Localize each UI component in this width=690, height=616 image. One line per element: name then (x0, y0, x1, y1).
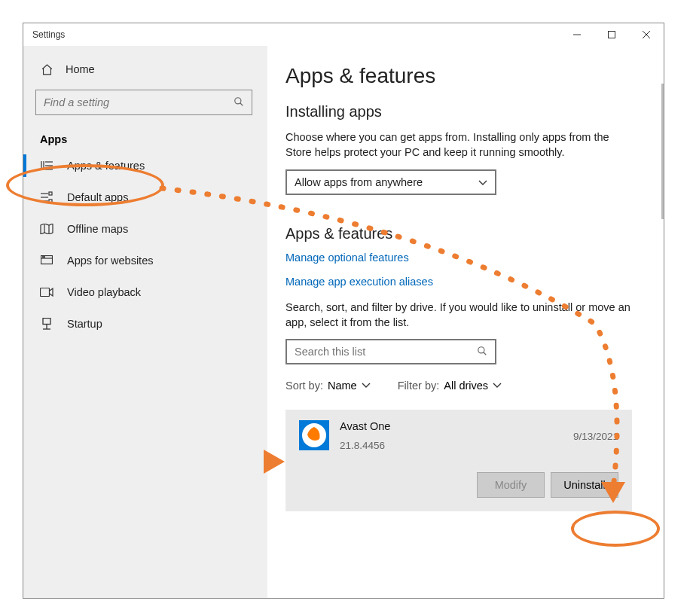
sidebar-section-head: Apps (35, 133, 252, 145)
manage-aliases-link[interactable]: Manage app execution aliases (285, 276, 647, 288)
apps-websites-icon (40, 254, 53, 267)
svg-line-5 (240, 102, 243, 105)
installing-apps-head: Installing apps (285, 103, 647, 120)
svg-point-4 (235, 97, 241, 103)
svg-point-20 (43, 257, 44, 258)
sidebar-item-default-apps[interactable]: Default apps (35, 181, 252, 213)
titlebar: Settings (23, 23, 664, 46)
sort-filter-row: Sort by: Name Filter by: All drives (285, 380, 647, 392)
app-list-search[interactable] (285, 339, 496, 364)
sort-label: Sort by: (285, 380, 323, 392)
sidebar-item-label: Startup (67, 318, 102, 330)
svg-rect-1 (609, 32, 615, 38)
video-playback-icon (40, 285, 53, 299)
svg-point-21 (44, 257, 45, 258)
sidebar: Home Apps Apps & fe (23, 46, 267, 598)
app-date: 9/13/2021 (573, 431, 618, 442)
filter-value: All drives (444, 380, 488, 392)
sidebar-item-apps-websites[interactable]: Apps for websites (35, 245, 252, 276)
svg-rect-15 (49, 200, 52, 203)
sidebar-item-label: Offline maps (67, 223, 128, 235)
sort-value: Name (328, 380, 357, 392)
chevron-down-icon (493, 383, 502, 389)
settings-window: Settings Home (23, 23, 664, 599)
filter-label: Filter by: (398, 380, 440, 392)
window-controls (560, 23, 664, 46)
sidebar-item-label: Apps for websites (67, 255, 153, 267)
app-list-search-input[interactable] (295, 346, 477, 358)
home-label: Home (66, 63, 95, 75)
chevron-down-icon (478, 176, 487, 188)
apps-features-head: Apps & features (285, 225, 647, 242)
default-apps-icon (40, 191, 53, 204)
main-content: Apps & features Installing apps Choose w… (267, 46, 664, 598)
maximize-button[interactable] (594, 23, 629, 46)
home-link[interactable]: Home (35, 55, 252, 84)
minimize-button[interactable] (560, 23, 594, 46)
manage-optional-link[interactable]: Manage optional features (285, 252, 647, 264)
svg-rect-14 (49, 192, 52, 195)
svg-line-27 (484, 352, 487, 355)
close-button[interactable] (629, 23, 664, 46)
sidebar-item-apps-features[interactable]: Apps & features (35, 150, 252, 181)
install-source-dropdown[interactable]: Allow apps from anywhere (285, 169, 496, 195)
scrollbar[interactable] (661, 84, 664, 219)
search-icon (234, 96, 244, 109)
sidebar-item-label: Apps & features (67, 160, 145, 172)
installing-apps-desc: Choose where you can get apps from. Inst… (285, 130, 632, 160)
install-source-value: Allow apps from anywhere (295, 176, 423, 188)
sidebar-item-offline-maps[interactable]: Offline maps (35, 213, 252, 245)
modify-button: Modify (477, 472, 545, 498)
uninstall-button[interactable]: Uninstall (551, 472, 618, 498)
sidebar-item-label: Default apps (67, 191, 128, 203)
svg-rect-23 (43, 319, 50, 325)
sidebar-search-input[interactable] (44, 96, 234, 108)
app-version: 21.8.4456 (340, 440, 390, 451)
sort-by[interactable]: Sort by: Name (285, 380, 371, 392)
home-icon (40, 63, 53, 76)
window-title: Settings (32, 29, 65, 40)
search-sort-desc: Search, sort, and filter by drive. If yo… (285, 300, 632, 331)
svg-rect-22 (41, 288, 50, 297)
svg-point-26 (478, 346, 484, 352)
app-name: Avast One (340, 420, 390, 432)
apps-features-icon (40, 159, 53, 172)
sidebar-search[interactable] (35, 90, 252, 115)
startup-icon (40, 317, 53, 331)
app-icon (299, 420, 329, 450)
sidebar-item-video-playback[interactable]: Video playback (35, 276, 252, 308)
page-title: Apps & features (285, 64, 647, 88)
offline-maps-icon (40, 222, 53, 236)
filter-by[interactable]: Filter by: All drives (398, 380, 502, 392)
sidebar-item-label: Video playback (67, 286, 141, 298)
sidebar-item-startup[interactable]: Startup (35, 308, 252, 340)
app-item[interactable]: Avast One 21.8.4456 9/13/2021 Modify Uni… (285, 410, 632, 511)
search-icon (477, 346, 487, 358)
chevron-down-icon (362, 383, 371, 389)
